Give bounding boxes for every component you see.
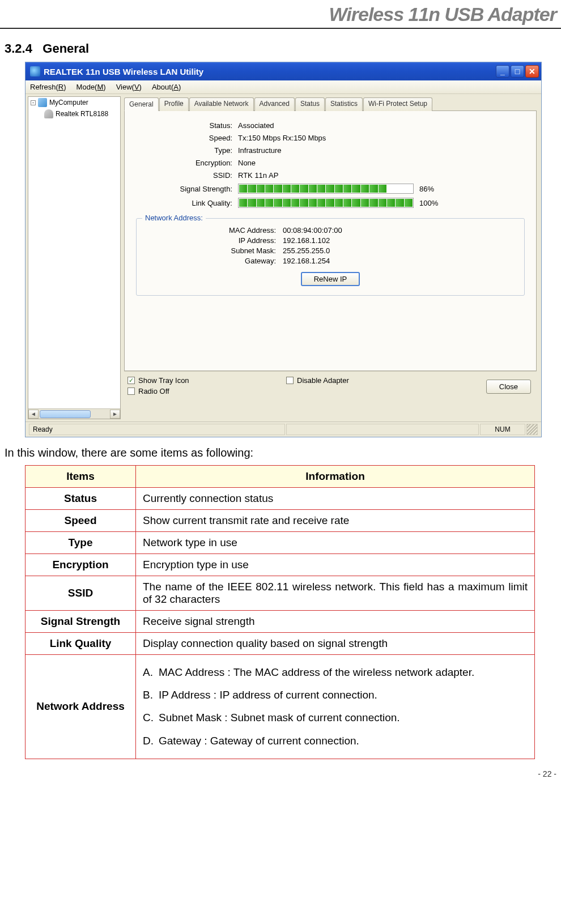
scroll-left-icon[interactable]: ◄ bbox=[28, 410, 39, 419]
row-mac: MAC Address: 00:08:94:00:07:00 bbox=[146, 226, 515, 235]
na-b: IP Address : IP address of current conne… bbox=[159, 689, 377, 701]
tree-child-row[interactable]: Realtek RTL8188 bbox=[42, 108, 120, 120]
tab-row: General Profile Available Network Advanc… bbox=[124, 97, 537, 111]
menu-view[interactable]: View(V) bbox=[116, 83, 142, 91]
renew-ip-button[interactable]: ReNew IP bbox=[301, 272, 360, 286]
disable-adapter-checkbox[interactable] bbox=[286, 377, 294, 384]
show-tray-checkbox[interactable]: ✓ bbox=[128, 377, 135, 384]
label-type: Type: bbox=[136, 146, 232, 155]
tab-advanced[interactable]: Advanced bbox=[254, 97, 295, 111]
row-speed: Speed: Tx:150 Mbps Rx:150 Mbps bbox=[136, 134, 525, 142]
na-d-letter: D. bbox=[143, 731, 159, 751]
content-pane: General Profile Available Network Advanc… bbox=[122, 94, 541, 421]
tree-child-label: Realtek RTL8188 bbox=[56, 110, 108, 118]
value-encryption: None bbox=[238, 159, 525, 167]
row-ssid: SSID: RTK 11n AP bbox=[136, 171, 525, 180]
tree-root-label: MyComputer bbox=[49, 99, 88, 107]
radio-off-checkbox[interactable] bbox=[128, 388, 135, 395]
value-gateway: 192.168.1.254 bbox=[283, 257, 330, 265]
row-status: Status: Associated bbox=[136, 121, 525, 130]
label-link: Link Quality: bbox=[136, 199, 232, 207]
link-bar bbox=[238, 198, 414, 208]
cell-item-status: Status bbox=[26, 488, 136, 510]
menu-about[interactable]: About(A) bbox=[152, 83, 181, 91]
value-ssid: RTK 11n AP bbox=[238, 171, 525, 180]
menu-refresh[interactable]: Refresh(R) bbox=[30, 83, 66, 91]
link-percent: 100% bbox=[419, 199, 438, 207]
row-ip: IP Address: 192.168.1.102 bbox=[146, 236, 515, 245]
value-mac: 00:08:94:00:07:00 bbox=[283, 226, 342, 235]
cell-info-status: Currently connection status bbox=[136, 488, 535, 510]
scroll-right-icon[interactable]: ► bbox=[110, 410, 120, 419]
cell-item-ssid: SSID bbox=[26, 576, 136, 611]
tree-pane[interactable]: - MyComputer Realtek RTL8188 ◄ ► bbox=[28, 96, 121, 419]
na-c: Subnet Mask : Subnet mask of current con… bbox=[159, 712, 400, 723]
row-signal-strength: Signal Strength: 86% bbox=[136, 184, 525, 194]
window-controls: _ □ ✕ bbox=[496, 65, 539, 78]
info-table: Items Information Status Currently conne… bbox=[25, 465, 535, 759]
row-gateway: Gateway: 192.168.1.254 bbox=[146, 257, 515, 265]
menubar: Refresh(R) Mode(M) View(V) About(A) bbox=[26, 80, 541, 94]
cell-info-ssid: The name of the IEEE 802.11 wireless net… bbox=[136, 576, 535, 611]
horizontal-scrollbar[interactable]: ◄ ► bbox=[28, 408, 120, 419]
tab-general[interactable]: General bbox=[124, 97, 159, 111]
th-info: Information bbox=[136, 466, 535, 488]
label-subnet: Subnet Mask: bbox=[146, 246, 276, 255]
maximize-button[interactable]: □ bbox=[511, 65, 524, 78]
cell-item-signal: Signal Strength bbox=[26, 611, 136, 633]
statusbar: Ready NUM bbox=[26, 421, 541, 437]
tab-status[interactable]: Status bbox=[295, 97, 325, 111]
na-a: MAC Address : The MAC address of the wir… bbox=[159, 666, 474, 678]
na-d: Gateway : Gateway of current connection. bbox=[159, 735, 359, 747]
intro-text: In this window, there are some items as … bbox=[5, 446, 561, 459]
table-row: Encryption Encryption type in use bbox=[26, 554, 535, 576]
titlebar-text: REALTEK 11n USB Wireless LAN Utility bbox=[44, 67, 496, 76]
app-window: REALTEK 11n USB Wireless LAN Utility _ □… bbox=[25, 62, 542, 437]
label-status: Status: bbox=[136, 121, 232, 130]
tab-available-network[interactable]: Available Network bbox=[189, 97, 254, 111]
cell-info-speed: Show current transmit rate and receive r… bbox=[136, 510, 535, 532]
scroll-track[interactable] bbox=[39, 410, 110, 419]
cell-item-type: Type bbox=[26, 532, 136, 554]
scroll-thumb[interactable] bbox=[40, 410, 91, 418]
bottom-options: ✓ Show Tray Icon Radio Off Disable Adapt… bbox=[124, 371, 537, 403]
network-address-fieldset: Network Address: MAC Address: 00:08:94:0… bbox=[136, 218, 525, 296]
section-title: General bbox=[42, 41, 89, 56]
titlebar[interactable]: REALTEK 11n USB Wireless LAN Utility _ □… bbox=[26, 62, 541, 80]
label-encryption: Encryption: bbox=[136, 159, 232, 167]
section-number: 3.2.4 bbox=[5, 41, 32, 56]
table-row: Status Currently connection status bbox=[26, 488, 535, 510]
tab-statistics[interactable]: Statistics bbox=[325, 97, 363, 111]
label-speed: Speed: bbox=[136, 134, 232, 142]
cell-info-type: Network type in use bbox=[136, 532, 535, 554]
cell-info-encryption: Encryption type in use bbox=[136, 554, 535, 576]
label-mac: MAC Address: bbox=[146, 226, 276, 235]
row-type: Type: Infrastructure bbox=[136, 146, 525, 155]
menu-mode[interactable]: Mode(M) bbox=[76, 83, 106, 91]
value-status: Associated bbox=[238, 121, 525, 130]
minimize-button[interactable]: _ bbox=[496, 65, 509, 78]
tree-toggle-icon[interactable]: - bbox=[31, 100, 36, 105]
tree-root-row[interactable]: - MyComputer bbox=[28, 97, 120, 108]
value-subnet: 255.255.255.0 bbox=[283, 246, 330, 255]
cell-info-signal: Receive signal strength bbox=[136, 611, 535, 633]
device-icon bbox=[44, 109, 53, 118]
na-b-letter: B. bbox=[143, 685, 159, 705]
close-button[interactable]: ✕ bbox=[525, 65, 539, 78]
signal-bar bbox=[238, 184, 414, 194]
tab-profile[interactable]: Profile bbox=[159, 97, 189, 111]
table-row: Link Quality Display connection quality … bbox=[26, 633, 535, 655]
signal-percent: 86% bbox=[419, 185, 434, 193]
resize-grip-icon[interactable] bbox=[526, 424, 538, 435]
table-row: Type Network type in use bbox=[26, 532, 535, 554]
table-row: SSID The name of the IEEE 802.11 wireles… bbox=[26, 576, 535, 611]
label-signal: Signal Strength: bbox=[136, 185, 232, 193]
value-type: Infrastructure bbox=[238, 146, 525, 155]
tab-wifi-protect[interactable]: Wi-Fi Protect Setup bbox=[363, 97, 432, 111]
cell-item-encryption: Encryption bbox=[26, 554, 136, 576]
na-a-letter: A. bbox=[143, 663, 159, 682]
radio-off-label: Radio Off bbox=[138, 387, 169, 395]
close-app-button[interactable]: Close bbox=[486, 380, 531, 394]
status-num: NUM bbox=[480, 424, 525, 435]
doc-header-title: Wireless 11n USB Adapter bbox=[329, 3, 556, 25]
